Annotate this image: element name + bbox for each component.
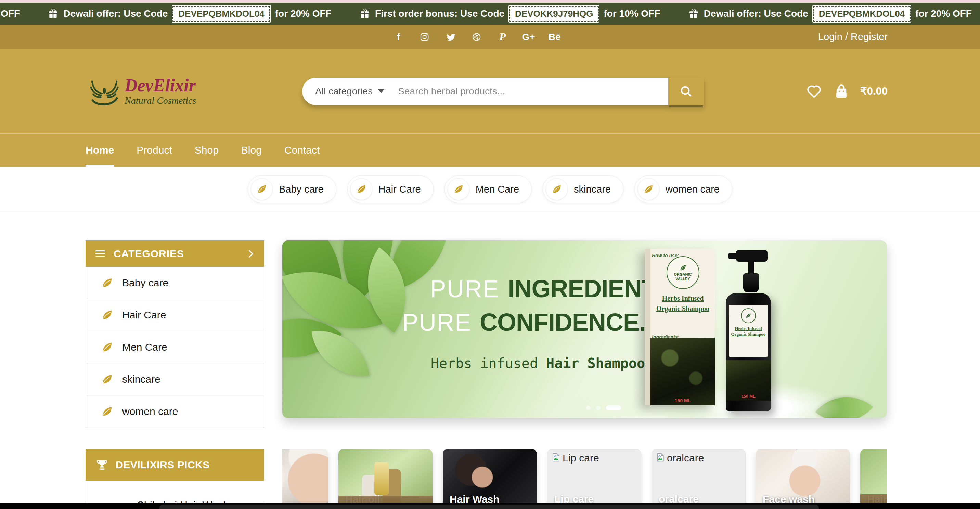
hero-carousel[interactable]: PURE INGREDIENTS, PURE CONFIDENCE. Herbs…: [282, 240, 887, 418]
category-card-hair-wash[interactable]: Hair Wash: [443, 449, 537, 509]
hamburger-icon: [94, 248, 106, 259]
nav-item-blog[interactable]: Blog: [241, 134, 262, 167]
google-plus-icon[interactable]: G+: [522, 31, 535, 43]
hero-line2-light: PURE: [402, 309, 471, 336]
site-logo[interactable]: DevElixir Natural Cosmetics: [86, 76, 196, 106]
leaf-decoration: [282, 292, 342, 384]
login-register-link[interactable]: Login / Register: [818, 31, 888, 43]
page-root: OFF Dewali offer: Use Code DEVEPQBMKDOL0…: [0, 0, 980, 509]
chevron-down-icon: [378, 89, 384, 93]
shopping-bag-icon: [833, 83, 850, 100]
offer-code[interactable]: DEVOKK9J79HQG: [509, 6, 599, 22]
pill-label: Men Care: [476, 184, 519, 195]
broken-image-icon: [551, 452, 561, 463]
leaf-icon: [101, 277, 113, 289]
leaf-icon: [643, 184, 654, 195]
sidebar-item-men-care[interactable]: Men Care: [86, 331, 264, 363]
header-actions: ₹0.00: [805, 83, 888, 100]
categories-sidebar: CATEGORIES Baby care Hair Care Men Care: [86, 240, 264, 428]
leaf-icon: [101, 406, 113, 418]
shampoo-bottle: Herbs Infused Organic Shampoo 150 ML: [726, 250, 771, 411]
pill-baby-care[interactable]: Baby care: [248, 175, 336, 203]
wishlist-button[interactable]: [805, 83, 822, 100]
category-card-oralcare[interactable]: oralcare oralcare: [652, 449, 746, 509]
gift-icon: [48, 8, 59, 19]
picks-header: DEVILIXIRS PICKS: [86, 449, 264, 480]
product-box-title1: Herbs Infused: [651, 293, 715, 304]
dribbble-icon[interactable]: [471, 31, 483, 43]
carousel-dot-2[interactable]: [596, 406, 601, 410]
leaf-icon: [101, 373, 113, 385]
offer-item: First order bonus: Use Code DEVOKK9J79HQ…: [359, 6, 660, 22]
nav-item-shop[interactable]: Shop: [195, 134, 219, 167]
search-bar: All categories: [302, 78, 704, 105]
chevron-right-icon: [246, 249, 255, 259]
category-card-partial-left[interactable]: [282, 449, 328, 509]
pill-skincare[interactable]: skincare: [543, 175, 624, 203]
categories-header[interactable]: CATEGORIES: [86, 240, 264, 267]
devilixirs-picks-widget: DEVILIXIRS PICKS Shikakai Hair Washes Po…: [86, 449, 264, 509]
search-icon: [679, 84, 693, 98]
sidebar-item-label: women care: [122, 406, 178, 417]
twitter-icon[interactable]: [444, 31, 457, 43]
nav-item-product[interactable]: Product: [137, 134, 172, 167]
image-alt-text: oralcare: [667, 452, 704, 464]
nav-item-contact[interactable]: Contact: [284, 134, 320, 167]
hero-headline: PURE INGREDIENTS, PURE CONFIDENCE. Herbs…: [430, 275, 646, 371]
organic-valley-logo: ORGANIC VALLEY: [667, 256, 699, 289]
behance-icon[interactable]: Bē: [549, 31, 561, 43]
product-box-photo: 150 ML: [651, 338, 715, 406]
nav-item-home[interactable]: Home: [86, 134, 114, 167]
sidebar-item-label: Hair Care: [122, 309, 166, 321]
offer-text: Dewali offer: Use Code: [704, 8, 808, 19]
carousel-dot-1[interactable]: [586, 406, 590, 410]
category-card-face-wash[interactable]: Face wash: [756, 449, 850, 509]
categories-list: Baby care Hair Care Men Care skincare: [86, 267, 264, 428]
carousel-dot-3-active[interactable]: [606, 406, 621, 410]
instagram-icon[interactable]: [418, 31, 431, 43]
leaf-icon: [101, 309, 113, 321]
pill-hair-care[interactable]: Hair Care: [347, 175, 434, 203]
pill-label: skincare: [574, 184, 611, 195]
trophy-icon: [96, 459, 108, 471]
facebook-icon[interactable]: f: [393, 31, 405, 43]
plant-icon: [679, 264, 687, 272]
hero-subtitle: Herbs infused Hair Shampoo: [430, 355, 646, 371]
sidebar-item-hair-care[interactable]: Hair Care: [86, 299, 264, 331]
sidebar-item-women-care[interactable]: women care: [86, 395, 264, 428]
search-input[interactable]: [395, 78, 668, 105]
offer-code[interactable]: DEVEPQBMKDOL04: [813, 6, 910, 22]
leaf-decoration: [311, 240, 425, 301]
category-card-lip-care[interactable]: Lip care Lip care: [547, 449, 641, 509]
offer-text: First order bonus: Use Code: [375, 8, 504, 19]
pill-men-care[interactable]: Men Care: [444, 175, 532, 203]
carousel-dots: [586, 406, 621, 410]
broken-image-icon: [655, 452, 665, 463]
offer-item: Dewali offer: Use Code DEVEPQBMKDOL04 fo…: [48, 6, 331, 22]
cart-button[interactable]: [833, 83, 850, 100]
categories-title: CATEGORIES: [114, 248, 184, 259]
pill-women-care[interactable]: women care: [635, 175, 732, 203]
product-box-title2: Organic Shampoo: [651, 304, 715, 314]
main-header: DevElixir Natural Cosmetics All categori…: [0, 49, 980, 134]
sidebar-item-label: Men Care: [122, 341, 167, 353]
pill-label: Hair Care: [379, 184, 421, 195]
wings-logo-icon: [86, 76, 123, 106]
sidebar-item-skincare[interactable]: skincare: [86, 363, 264, 395]
offer-marquee-bar: OFF Dewali offer: Use Code DEVEPQBMKDOL0…: [0, 3, 980, 25]
offer-text: for 20% OFF: [275, 8, 332, 19]
category-card-hair-oil[interactable]: Hair oil: [339, 449, 433, 509]
sidebar-item-label: skincare: [122, 374, 161, 385]
sidebar-item-baby-care[interactable]: Baby care: [86, 267, 264, 299]
gift-icon: [688, 8, 699, 19]
leaf-decoration: [311, 324, 369, 382]
pinterest-icon[interactable]: P: [496, 31, 509, 43]
category-card-partial-right[interactable]: Hair oil: [860, 449, 887, 509]
search-category-label: All categories: [315, 86, 372, 97]
offer-partial-text: OFF: [0, 8, 20, 19]
leaf-icon: [256, 184, 267, 195]
leaf-icon: [101, 341, 113, 353]
search-category-dropdown[interactable]: All categories: [302, 78, 395, 105]
offer-code[interactable]: DEVEPQBMKDOL04: [172, 6, 270, 22]
search-button[interactable]: [668, 78, 704, 105]
